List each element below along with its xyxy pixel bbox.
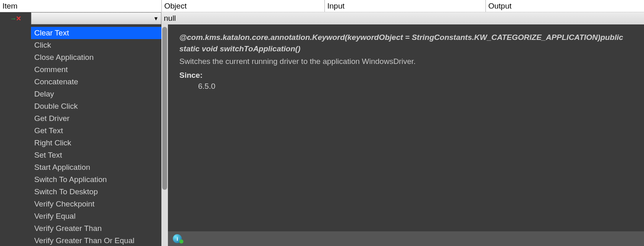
doc-footer: i [168, 231, 644, 246]
editor-body: Clear Text Click Close Application Comme… [0, 24, 644, 246]
dropdown-item[interactable]: Close Application [31, 51, 161, 64]
gutter [0, 24, 31, 246]
keyword-select[interactable]: ▼ [31, 12, 161, 24]
col-header-input[interactable]: Input [324, 0, 485, 12]
col-header-object[interactable]: Object [161, 0, 324, 12]
step-icon-cell: →✕ [0, 12, 31, 24]
object-cell[interactable]: null [161, 12, 644, 24]
dropdown-item[interactable]: Clear Text [31, 27, 161, 39]
col-header-item[interactable]: Item [0, 0, 161, 12]
dropdown-item[interactable]: Start Application [31, 161, 161, 174]
dropdown-item[interactable]: Get Text [31, 125, 161, 137]
dropdown-item[interactable]: Switch To Desktop [31, 186, 161, 198]
doc-since-label: Since: [179, 70, 633, 81]
dropdown-item[interactable]: Set Text [31, 149, 161, 161]
dropdown-item[interactable]: Verify Greater Than Or Equal [31, 235, 161, 246]
step-row: →✕ ▼ null [0, 12, 644, 24]
keyword-dropdown-list[interactable]: Clear Text Click Close Application Comme… [31, 24, 161, 246]
dropdown-item[interactable]: Right Click [31, 137, 161, 149]
dropdown-item[interactable]: Comment [31, 64, 161, 76]
dropdown-item[interactable]: Concatenate [31, 76, 161, 88]
dropdown-item[interactable]: Double Click [31, 100, 161, 112]
col-header-output[interactable]: Output [485, 0, 644, 12]
dropdown-item[interactable]: Verify Equal [31, 210, 161, 222]
doc-since-value: 6.5.0 [198, 81, 633, 92]
dropdown-item[interactable]: Verify Checkpoint [31, 198, 161, 210]
doc-panel: @com.kms.katalon.core.annotation.Keyword… [168, 24, 644, 246]
info-icon[interactable]: i [173, 234, 182, 243]
dropdown-item[interactable]: Delay [31, 88, 161, 100]
dropdown-item[interactable]: Verify Greater Than [31, 222, 161, 235]
chevron-down-icon: ▼ [153, 15, 159, 22]
doc-description: Switches the current running driver to t… [179, 56, 633, 67]
scroll-thumb[interactable] [162, 27, 167, 190]
dropdown-item[interactable]: Get Driver [31, 112, 161, 125]
dropdown-item[interactable]: Click [31, 39, 161, 51]
breakpoint-icon: →✕ [10, 15, 21, 22]
doc-signature: @com.kms.katalon.core.annotation.Keyword… [179, 32, 633, 54]
dropdown-scrollbar[interactable] [161, 24, 168, 246]
table-header: Item Object Input Output [0, 0, 644, 12]
dropdown-item[interactable]: Switch To Application [31, 174, 161, 186]
doc-body: @com.kms.katalon.core.annotation.Keyword… [168, 24, 644, 231]
